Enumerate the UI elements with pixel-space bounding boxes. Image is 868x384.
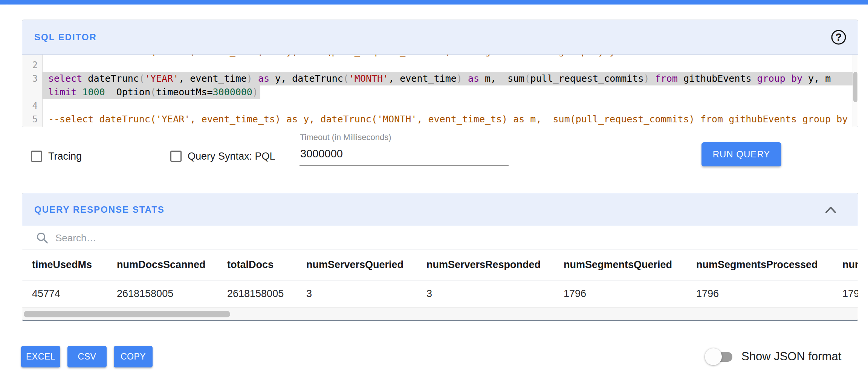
code-text: limit 1000 Option(timeoutMs=3000000) bbox=[43, 85, 260, 99]
left-divider bbox=[7, 5, 7, 384]
stats-header-row: timeUsedMs numDocsScanned totalDocs numS… bbox=[22, 250, 858, 280]
stats-search-row bbox=[22, 226, 858, 250]
column-header-numDocsScanned[interactable]: numDocsScanned bbox=[107, 250, 217, 280]
line-number bbox=[22, 55, 43, 58]
chevron-up-icon bbox=[824, 205, 837, 214]
toggle-knob[interactable] bbox=[705, 348, 722, 365]
code-line: 4 bbox=[22, 99, 853, 113]
stats-table: timeUsedMs numDocsScanned totalDocs numS… bbox=[22, 250, 858, 307]
timeout-input[interactable] bbox=[300, 146, 509, 166]
search-icon bbox=[36, 232, 49, 244]
code-text: --select dateTrunc('YEAR', event_time) a… bbox=[43, 55, 853, 58]
stats-horizontal-scrollbar[interactable] bbox=[22, 307, 858, 320]
line-number: 2 bbox=[22, 58, 43, 72]
excel-button[interactable]: EXCEL bbox=[21, 346, 60, 367]
column-header-numSegmentsProcessed[interactable]: numSegmentsProcessed bbox=[686, 250, 833, 280]
column-header-numSegmentsMatched[interactable]: numSegmentsMatched bbox=[833, 250, 858, 280]
line-number: 4 bbox=[22, 99, 43, 113]
cell-numSegmentsMatched: 1796 bbox=[833, 280, 858, 307]
tracing-checkbox[interactable] bbox=[31, 151, 42, 162]
stats-title: QUERY RESPONSE STATS bbox=[22, 204, 165, 215]
collapse-button[interactable] bbox=[823, 202, 838, 217]
run-query-button[interactable]: RUN QUERY bbox=[701, 142, 781, 166]
cell-numServersQueried: 3 bbox=[296, 280, 417, 307]
tracing-label[interactable]: Tracing bbox=[48, 151, 82, 162]
cell-timeUsedMs: 45774 bbox=[22, 280, 107, 307]
query-syntax-pql-label[interactable]: Query Syntax: PQL bbox=[188, 151, 275, 162]
line-number: 3 bbox=[22, 72, 43, 85]
cell-numServersResponded: 3 bbox=[417, 280, 554, 307]
cell-totalDocs: 2618158005 bbox=[217, 280, 296, 307]
table-row: 45774 2618158005 2618158005 3 3 1796 179… bbox=[22, 280, 858, 307]
column-header-numServersQueried[interactable]: numServersQueried bbox=[296, 250, 417, 280]
cell-numSegmentsProcessed: 1796 bbox=[686, 280, 833, 307]
code-lines: --select dateTrunc('YEAR', event_time) a… bbox=[22, 55, 853, 126]
column-header-totalDocs[interactable]: totalDocs bbox=[217, 250, 296, 280]
code-line: --select dateTrunc('YEAR', event_time) a… bbox=[22, 55, 853, 58]
sql-editor-header: SQL EDITOR ? bbox=[22, 20, 858, 55]
svg-text:?: ? bbox=[836, 32, 842, 43]
code-text bbox=[43, 58, 853, 72]
code-text: --select dateTrunc('YEAR', event_time_ts… bbox=[43, 113, 853, 126]
line-number bbox=[22, 85, 43, 99]
column-header-numSegmentsQueried[interactable]: numSegmentsQueried bbox=[554, 250, 686, 280]
cell-numDocsScanned: 2618158005 bbox=[107, 280, 217, 307]
code-line: 3select dateTrunc('YEAR', event_time) as… bbox=[22, 72, 853, 85]
column-header-numServersResponded[interactable]: numServersResponded bbox=[417, 250, 554, 280]
help-button[interactable]: ? bbox=[830, 29, 847, 46]
stats-header: QUERY RESPONSE STATS bbox=[22, 193, 858, 226]
csv-button[interactable]: CSV bbox=[67, 346, 107, 367]
help-icon: ? bbox=[830, 29, 847, 46]
sql-editor-card: SQL EDITOR ? --select dateTrunc('YEAR', … bbox=[22, 20, 858, 127]
editor-scrollbar-thumb[interactable] bbox=[853, 72, 857, 102]
line-number: 5 bbox=[22, 113, 43, 126]
editor-vertical-scrollbar[interactable] bbox=[853, 55, 858, 127]
show-json-toggle[interactable] bbox=[708, 352, 732, 362]
cell-numSegmentsQueried: 1796 bbox=[554, 280, 686, 307]
stats-scrollbar-thumb[interactable] bbox=[24, 311, 230, 317]
code-text: select dateTrunc('YEAR', event_time) as … bbox=[43, 72, 853, 85]
app-bar bbox=[0, 0, 868, 5]
sql-editor-title: SQL EDITOR bbox=[22, 32, 97, 43]
query-response-stats-card: QUERY RESPONSE STATS timeUsedMs numDocsS… bbox=[22, 193, 858, 321]
search-input[interactable] bbox=[55, 232, 319, 244]
code-line: 2 bbox=[22, 58, 853, 72]
code-text bbox=[43, 99, 853, 113]
query-syntax-pql-checkbox[interactable] bbox=[170, 151, 182, 162]
column-header-timeUsedMs[interactable]: timeUsedMs bbox=[22, 250, 107, 280]
code-line: 5--select dateTrunc('YEAR', event_time_t… bbox=[22, 113, 853, 126]
copy-button[interactable]: COPY bbox=[114, 346, 153, 367]
timeout-label: Timeout (in Milliseconds) bbox=[300, 133, 391, 142]
sql-code-editor[interactable]: --select dateTrunc('YEAR', event_time) a… bbox=[22, 55, 858, 127]
show-json-label[interactable]: Show JSON format bbox=[741, 350, 841, 363]
code-line: limit 1000 Option(timeoutMs=3000000) bbox=[22, 85, 853, 99]
